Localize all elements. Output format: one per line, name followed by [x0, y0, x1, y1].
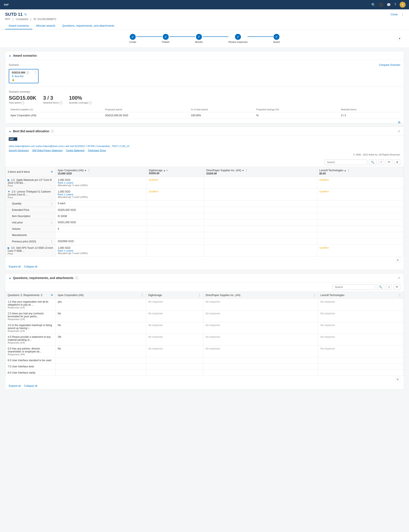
best-bid-download-button[interactable]: ⬇ — [394, 159, 400, 165]
q-row-8: 8.0 User Interface clarity — [6, 370, 404, 376]
best-bid-search-input[interactable] — [325, 159, 367, 165]
privacy-policy-link[interactable]: SAP Ariba Privacy Statement — [32, 149, 62, 152]
item-3-expand-btn[interactable]: ▶ — [8, 246, 9, 249]
supplier-pct-spend: 100.00% — [189, 112, 255, 119]
step-line-1 — [136, 37, 162, 37]
best-bid-view-button[interactable]: 👁 — [386, 159, 392, 165]
q-8-apex — [56, 370, 146, 376]
total-spend-info-icon[interactable]: ? — [21, 101, 24, 104]
compare-scenario-button[interactable]: Compare Scenario — [379, 64, 400, 66]
scenario-menu-icon[interactable]: ⋮ — [34, 71, 37, 74]
doc-id: ID: Doc3010898672 — [34, 18, 56, 21]
unitprice-menu-icon[interactable]: ⋮ — [50, 221, 53, 224]
allocation-title-left: ▲ Best Bid award allocation ? — [9, 129, 54, 133]
item-1-expand-btn[interactable]: ▶ — [8, 178, 9, 182]
q-2-directpaper: No response — [204, 311, 318, 322]
apex-menu-icon[interactable]: ⋮ — [87, 169, 90, 172]
q-lansoft-menu-icon[interactable]: ⋮ — [398, 294, 401, 297]
awarded-items-stat: 3 / 3 Awarded items ? — [43, 95, 62, 104]
allocation-info-icon[interactable]: ? — [51, 130, 54, 133]
item-2-lansoft: Qualified — [317, 189, 404, 200]
copyright-text: © 1999 - 2021 Ariba Inc. All Rights Rese… — [5, 153, 404, 158]
award-scenarios-title: Award scenarios — [13, 54, 37, 57]
expand-all-link[interactable]: Expand all — [9, 265, 21, 268]
item-2-directpaper — [204, 189, 317, 200]
tab-allocate-awards[interactable]: Allocate awards — [32, 22, 59, 29]
summary-stats: SGD15.00K Total spend ? 3 / 3 Awarded it… — [9, 95, 400, 104]
grid-icon[interactable]: ⬛ — [379, 3, 383, 7]
chat-icon[interactable]: 💬 — [387, 3, 391, 7]
close-button[interactable]: Close — [391, 13, 398, 16]
questions-title: Questions, requirements, and attachments — [13, 276, 74, 280]
step-line-4 — [248, 37, 273, 37]
q-8-directpaper — [204, 370, 318, 376]
questions-expand-icon[interactable]: ⤢ — [398, 276, 400, 280]
q-5-directpaper: No response — [204, 346, 318, 357]
q-digitstorage-menu-icon[interactable]: ⋮ — [198, 294, 201, 297]
item-2-prevprice-apex: SGD900 SGD — [56, 238, 147, 245]
q-1-apex: yes — [56, 299, 146, 311]
item-2-detail-manufacturer: Manufacturer — [6, 232, 404, 238]
search-icon[interactable]: 🔍 — [371, 3, 376, 7]
q-2-label: 2.0 Have you had any contracts terminate… — [6, 311, 56, 322]
q-apex-menu-icon[interactable]: ⋮ — [141, 294, 144, 297]
copy-allocation-icon[interactable]: ⧉ — [395, 257, 400, 263]
prevprice-menu-icon[interactable]: ⋮ — [50, 240, 53, 243]
total-spend-value: SGD15.00K — [9, 95, 36, 101]
best-bid-filter-button[interactable]: ▽ — [378, 159, 384, 165]
tab-award-scenarios[interactable]: Award scenarios — [5, 22, 32, 29]
step-monitor: ✓ Monitor — [195, 34, 203, 43]
tab-questions[interactable]: Questions, requirements, and attachments — [59, 22, 118, 29]
allocation-expand-icon[interactable]: ⤢ — [398, 129, 400, 133]
questions-view-button[interactable]: 👁 — [394, 284, 400, 290]
quantity-coverage-info-icon[interactable]: ? — [89, 101, 92, 104]
nav-right: 🔍 ⬛ 💬 ? V — [371, 2, 406, 8]
q-row-4: 4.0 Please provide a statement of any ma… — [6, 334, 404, 346]
more-options-icon[interactable]: ⋮ — [401, 13, 404, 16]
q-expand-all-link[interactable]: Expand all — [9, 385, 21, 387]
award-scenarios-collapse-icon[interactable]: ▲ — [9, 54, 11, 57]
add-digitstorage-icon[interactable]: + — [166, 169, 168, 172]
items-eye-icon[interactable]: 👁 — [51, 170, 53, 173]
step-label-review: Review responses — [228, 41, 248, 43]
help-icon[interactable]: ? — [394, 3, 396, 7]
quantity-menu-icon[interactable]: ⋮ — [50, 202, 53, 205]
item-2-volume-label: Volume — [6, 226, 56, 232]
security-disclosure-link[interactable]: Security Disclosure — [9, 149, 29, 152]
collapse-steps-btn[interactable]: ▼ — [397, 36, 402, 41]
questions-search-button[interactable]: 🔍 — [377, 284, 384, 290]
questions-eye-icon[interactable]: 👁 — [51, 294, 53, 297]
copy-table-icon[interactable]: ⧉ — [398, 120, 400, 124]
q-row-2: 2.0 Have you had any contracts terminate… — [6, 311, 404, 322]
col-pct-spend: % of total spend — [189, 107, 255, 112]
awarded-items-info-icon[interactable]: ? — [59, 101, 62, 104]
scenario-info-icon[interactable]: ? — [26, 71, 29, 74]
step-circle-award: ✓ — [274, 34, 279, 40]
title-area: SUTD 11 ↻ — [5, 12, 27, 17]
q-7-label: 7.0 User Interface texts — [6, 364, 56, 370]
questions-collapse-icon[interactable]: ▲ — [9, 276, 11, 279]
tab-bar: Award scenarios Allocate awards Question… — [5, 22, 404, 29]
item-2-volume-apex: 5 — [56, 226, 147, 232]
best-bid-search-button[interactable]: 🔍 — [369, 159, 376, 165]
lansoft-menu-icon[interactable]: ⋮ — [347, 169, 350, 172]
col-awarded-items-header: Awarded items — [339, 107, 400, 112]
cookie-statement-link[interactable]: Cookie Statement — [66, 149, 84, 152]
participant-terms-link[interactable]: Participant Terms — [88, 149, 106, 152]
item-2-expand-btn[interactable]: ▼ — [8, 190, 10, 193]
collapse-all-link[interactable]: Collapse all — [24, 265, 37, 268]
col-proposed-spend: Proposed spend — [103, 107, 189, 112]
quantity-coverage-stat: 100% Quantity coverage ? — [69, 95, 92, 104]
questions-info-icon[interactable]: ? — [75, 276, 78, 279]
q-collapse-all-link[interactable]: Collapse all — [24, 385, 37, 387]
step-review: ✓ Review responses — [228, 34, 248, 43]
allocation-collapse-icon[interactable]: ▲ — [9, 130, 11, 133]
q-directpaper-menu-icon[interactable]: ⋮ — [313, 294, 316, 297]
refresh-icon[interactable]: ↻ — [24, 13, 27, 16]
q-5-label: 5.0 Has any partner, director, sharehold… — [6, 346, 56, 357]
questions-search-input[interactable] — [333, 284, 375, 290]
avatar[interactable]: V — [400, 2, 406, 8]
directpaper-menu-icon[interactable]: ⋮ — [245, 169, 248, 172]
copy-questions-icon[interactable]: ⧉ — [395, 377, 400, 382]
questions-filter-button[interactable]: ▽ — [386, 284, 392, 290]
